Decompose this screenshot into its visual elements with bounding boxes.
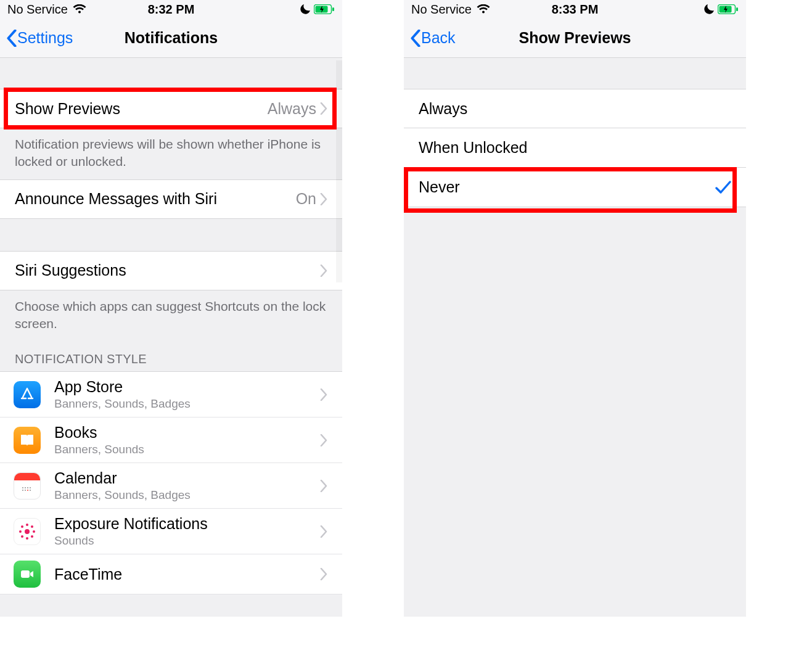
app-sub: Banners, Sounds, Badges <box>54 397 306 411</box>
do-not-disturb-icon <box>300 4 310 14</box>
option-label: When Unlocked <box>419 139 527 157</box>
svg-point-10 <box>30 490 31 491</box>
status-bar: No Service 8:33 PM <box>404 0 746 18</box>
checkmark-icon <box>715 181 731 194</box>
svg-point-6 <box>30 487 31 488</box>
row-announce-siri[interactable]: Announce Messages with Siri On <box>0 179 342 219</box>
page-title: Notifications <box>125 29 218 47</box>
chevron-right-icon <box>320 525 327 538</box>
battery-charging-icon <box>314 4 335 14</box>
option-always[interactable]: Always <box>404 89 746 128</box>
svg-point-15 <box>33 530 35 533</box>
chevron-right-icon <box>320 265 327 277</box>
phone-right-show-previews: No Service 8:33 PM Back Show Previews Al… <box>404 0 746 617</box>
footnote-siri: Choose which apps can suggest Shortcuts … <box>0 290 342 342</box>
app-name: Books <box>54 424 306 442</box>
row-value: On <box>296 190 320 208</box>
svg-point-7 <box>22 490 23 491</box>
status-bar: No Service 8:32 PM <box>0 0 342 18</box>
clock-text: 8:32 PM <box>148 2 195 17</box>
do-not-disturb-icon <box>704 4 714 14</box>
options-list: AlwaysWhen UnlockedNever <box>404 89 746 207</box>
app-text: FaceTime <box>54 565 306 583</box>
page-title: Show Previews <box>519 29 631 47</box>
app-sub: Sounds <box>54 534 306 548</box>
row-label: Show Previews <box>15 100 120 118</box>
content-area: Show Previews Always Notification previe… <box>0 58 342 594</box>
svg-point-12 <box>26 524 28 526</box>
row-value: Always <box>268 100 320 118</box>
app-text: CalendarBanners, Sounds, Badges <box>54 469 306 502</box>
nav-bar: Settings Notifications <box>0 18 342 58</box>
app-list: App StoreBanners, Sounds, BadgesBooksBan… <box>0 371 342 594</box>
status-right <box>300 4 335 14</box>
appstore-icon <box>14 381 41 408</box>
row-show-previews[interactable]: Show Previews Always <box>0 89 342 128</box>
app-text: BooksBanners, Sounds <box>54 424 306 456</box>
app-row-exposure[interactable]: Exposure NotificationsSounds <box>0 509 342 554</box>
carrier-text: No Service <box>7 2 68 17</box>
status-left: No Service <box>7 2 86 17</box>
app-row-facetime[interactable]: FaceTime <box>0 554 342 594</box>
status-right <box>704 4 739 14</box>
option-label: Always <box>419 100 467 118</box>
clock-text: 8:33 PM <box>552 2 599 17</box>
svg-rect-23 <box>736 7 738 11</box>
scrollbar-hint <box>336 60 342 282</box>
svg-point-16 <box>21 525 23 528</box>
content-area: AlwaysWhen UnlockedNever <box>404 58 746 207</box>
app-name: App Store <box>54 378 306 396</box>
facetime-icon <box>14 561 41 588</box>
wifi-icon <box>73 4 86 14</box>
back-button[interactable]: Settings <box>6 29 73 47</box>
chevron-right-icon <box>320 102 327 115</box>
books-icon <box>14 427 41 454</box>
chevron-right-icon <box>320 434 327 446</box>
chevron-left-icon <box>6 30 17 47</box>
svg-point-13 <box>26 537 28 540</box>
status-left: No Service <box>411 2 490 17</box>
app-name: Calendar <box>54 469 306 487</box>
chevron-right-icon <box>320 388 327 401</box>
svg-rect-2 <box>332 7 334 11</box>
calendar-icon <box>14 472 41 500</box>
chevron-right-icon <box>320 568 327 580</box>
option-when-unlocked[interactable]: When Unlocked <box>404 128 746 168</box>
wifi-icon <box>477 4 490 14</box>
option-label: Never <box>419 178 460 196</box>
carrier-text: No Service <box>411 2 472 17</box>
svg-point-5 <box>27 487 28 488</box>
battery-charging-icon <box>718 4 739 14</box>
svg-point-11 <box>25 529 30 534</box>
app-text: Exposure NotificationsSounds <box>54 515 306 548</box>
chevron-right-icon <box>320 480 327 492</box>
svg-point-9 <box>27 490 28 491</box>
app-sub: Banners, Sounds, Badges <box>54 488 306 502</box>
svg-point-18 <box>21 535 23 538</box>
app-sub: Banners, Sounds <box>54 443 306 456</box>
row-siri-suggestions[interactable]: Siri Suggestions <box>0 251 342 290</box>
svg-point-8 <box>25 490 26 491</box>
app-text: App StoreBanners, Sounds, Badges <box>54 378 306 411</box>
svg-point-14 <box>19 530 22 533</box>
app-name: FaceTime <box>54 565 306 583</box>
option-never[interactable]: Never <box>404 168 746 207</box>
svg-point-4 <box>25 487 26 488</box>
svg-point-17 <box>31 525 33 528</box>
row-label: Announce Messages with Siri <box>15 190 217 208</box>
svg-rect-20 <box>21 570 30 578</box>
svg-point-19 <box>31 535 33 538</box>
section-header-notification-style: NOTIFICATION STYLE <box>0 341 342 371</box>
back-label: Back <box>421 29 456 47</box>
app-name: Exposure Notifications <box>54 515 306 533</box>
back-label: Settings <box>17 29 73 47</box>
svg-point-3 <box>22 487 23 488</box>
app-row-books[interactable]: BooksBanners, Sounds <box>0 417 342 463</box>
back-button[interactable]: Back <box>410 29 456 47</box>
app-row-appstore[interactable]: App StoreBanners, Sounds, Badges <box>0 371 342 417</box>
footnote-previews: Notification previews will be shown whet… <box>0 128 342 179</box>
app-row-calendar[interactable]: CalendarBanners, Sounds, Badges <box>0 463 342 509</box>
exposure-icon <box>14 518 41 545</box>
nav-bar: Back Show Previews <box>404 18 746 58</box>
chevron-right-icon <box>320 193 327 205</box>
